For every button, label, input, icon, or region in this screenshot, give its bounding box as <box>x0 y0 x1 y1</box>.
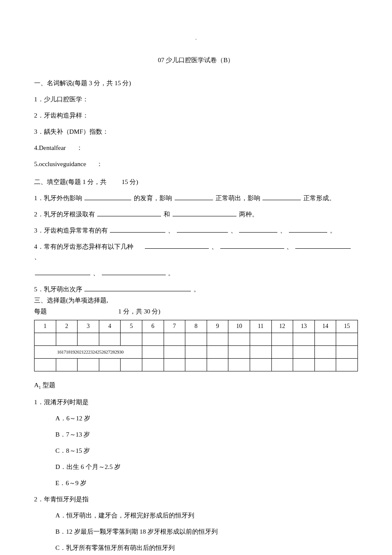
answer-cell[interactable] <box>336 333 358 346</box>
fill-q4-a: 4．常有的牙齿形态异样有以下几种 <box>34 243 133 250</box>
answer-cell[interactable] <box>164 333 185 346</box>
answer-cell[interactable] <box>78 333 99 346</box>
answer-cell[interactable] <box>314 359 336 371</box>
fill-blank[interactable] <box>175 193 213 201</box>
mc-q1-stem: 1．混淆牙列时期是 <box>34 397 358 407</box>
fill-q5-a: 5．乳牙萌出次序 <box>34 286 82 293</box>
table-header-cell: 9 <box>207 320 228 333</box>
answer-cell[interactable] <box>250 333 271 346</box>
term-item-1: 1．少儿口腔医学： <box>34 94 358 104</box>
fill-q2-c: 两种。 <box>239 211 258 218</box>
fill-q4-sep1: 、 <box>211 243 218 250</box>
mc-q2-stem: 2．年青恒牙列是指 <box>34 494 358 504</box>
fill-q4: 4．常有的牙齿形态异样有以下几种 、 、 、 <box>34 242 358 262</box>
exam-title: 07 少儿口腔医学试卷（B） <box>34 55 358 65</box>
fill-q3: 3．牙齿构造异常常有的有 、 、 、 。 <box>34 225 358 236</box>
table-row2-span: 161718192021222324252627282930 <box>35 346 142 359</box>
a1-a: A <box>34 382 39 388</box>
answer-cell[interactable] <box>185 333 207 346</box>
fill-blank[interactable] <box>262 193 301 201</box>
answer-cell[interactable] <box>56 333 78 346</box>
answer-cell[interactable] <box>293 333 315 346</box>
fill-blank[interactable] <box>295 242 351 249</box>
table-row-headers-2: 161718192021222324252627282930 <box>35 346 358 359</box>
answer-cell[interactable] <box>207 333 228 346</box>
fill-q5-end: 。 <box>193 286 200 293</box>
fill-blank[interactable] <box>84 193 131 201</box>
a1-type-label: A1 型题 <box>34 380 358 391</box>
fill-blank[interactable] <box>173 210 236 217</box>
section-3-heading-line2a: 每题 <box>34 308 47 315</box>
answer-cell[interactable] <box>78 359 99 371</box>
table-header-cell <box>207 346 228 359</box>
a1-c: 型题 <box>41 382 55 388</box>
fill-blank[interactable] <box>239 226 277 233</box>
answer-cell[interactable] <box>336 359 358 371</box>
table-header-cell: 14 <box>314 320 336 333</box>
fill-blank[interactable] <box>177 226 228 233</box>
fill-q1-a: 1．乳牙外伤影响 <box>34 195 82 201</box>
answer-cell[interactable] <box>250 359 271 371</box>
answer-cell[interactable] <box>293 359 315 371</box>
section-3-heading-line2b: 1 分，共 30 分) <box>118 308 161 315</box>
table-header-cell: 15 <box>336 320 358 333</box>
section-1-heading: 一、名词解说(每题 3 分，共 15 分) <box>34 78 358 88</box>
table-header-cell: 4 <box>99 320 121 333</box>
fill-q3-end: 。 <box>330 227 336 234</box>
mc-q1-choices: A．6～12 岁 B．7～13 岁 C．8～15 岁 D．出生 6 个月～2.5… <box>55 413 358 488</box>
answer-cell[interactable] <box>35 359 56 371</box>
section-2-heading-b: 15 分) <box>122 178 138 185</box>
answer-cell[interactable] <box>185 359 207 371</box>
mc-q2-b: B．12 岁最后一颗牙零落到期 18 岁牙根形成以前的恒牙列 <box>55 526 358 537</box>
fill-blank[interactable] <box>35 268 90 276</box>
table-header-cell <box>293 346 315 359</box>
fill-blank[interactable] <box>84 285 191 292</box>
answer-cell[interactable] <box>314 333 336 346</box>
fill-blank[interactable] <box>220 242 284 249</box>
answer-cell[interactable] <box>271 359 293 371</box>
term-item-4-colon: ： <box>66 144 83 151</box>
table-row-answers-2 <box>35 359 358 371</box>
fill-q1-d: 正常形成。 <box>303 195 335 201</box>
fill-q4-sep2: 、 <box>286 243 293 250</box>
table-row-answers-1 <box>35 333 358 346</box>
term-item-4: 4.Dentalfear： <box>34 143 358 153</box>
table-header-cell: 11 <box>250 320 271 333</box>
fill-blank[interactable] <box>145 242 209 249</box>
answer-cell[interactable] <box>164 359 185 371</box>
table-header-cell: 13 <box>293 320 315 333</box>
table-header-cell: 10 <box>228 320 250 333</box>
answer-cell[interactable] <box>228 333 250 346</box>
fill-blank[interactable] <box>102 268 166 276</box>
fill-blank[interactable] <box>110 226 165 233</box>
table-header-cell <box>185 346 207 359</box>
fill-q1-b: 的发育，影响 <box>134 195 172 201</box>
mc-q2-choices: A．恒牙萌出，建牙合，牙根完好形成后的恒牙列 B．12 岁最后一颗牙零落到期 1… <box>55 510 358 553</box>
section-2-heading: 二、填空题(每题 1 分，共 15 分) <box>34 177 358 187</box>
fill-q1: 1．乳牙外伤影响 的发育，影响 正常萌出，影响 正常形成。 <box>34 193 358 203</box>
mc-q1-c: C．8～15 岁 <box>55 446 358 456</box>
table-header-cell <box>250 346 271 359</box>
answer-cell[interactable] <box>99 333 121 346</box>
table-row-headers-1: 1 2 3 4 5 6 7 8 9 10 11 12 13 14 15 <box>35 320 358 333</box>
table-header-cell: 6 <box>142 320 164 333</box>
answer-cell[interactable] <box>121 333 142 346</box>
fill-q4-sep4: 、 <box>93 270 99 276</box>
answer-cell[interactable] <box>121 359 142 371</box>
answer-cell[interactable] <box>142 333 164 346</box>
answer-cell[interactable] <box>99 359 121 371</box>
table-header-cell <box>228 346 250 359</box>
answer-cell[interactable] <box>228 359 250 371</box>
answer-cell[interactable] <box>56 359 78 371</box>
answer-cell[interactable] <box>271 333 293 346</box>
table-header-cell <box>142 346 164 359</box>
fill-q1-c: 正常萌出，影响 <box>216 195 260 201</box>
mc-q1-e: E．6～9 岁 <box>55 478 358 488</box>
fill-blank[interactable] <box>97 210 161 217</box>
table-header-cell <box>164 346 185 359</box>
term-item-2: 2．牙齿构造异样： <box>34 110 358 121</box>
answer-cell[interactable] <box>142 359 164 371</box>
answer-cell[interactable] <box>35 333 56 346</box>
answer-cell[interactable] <box>207 359 228 371</box>
fill-blank[interactable] <box>289 226 327 233</box>
